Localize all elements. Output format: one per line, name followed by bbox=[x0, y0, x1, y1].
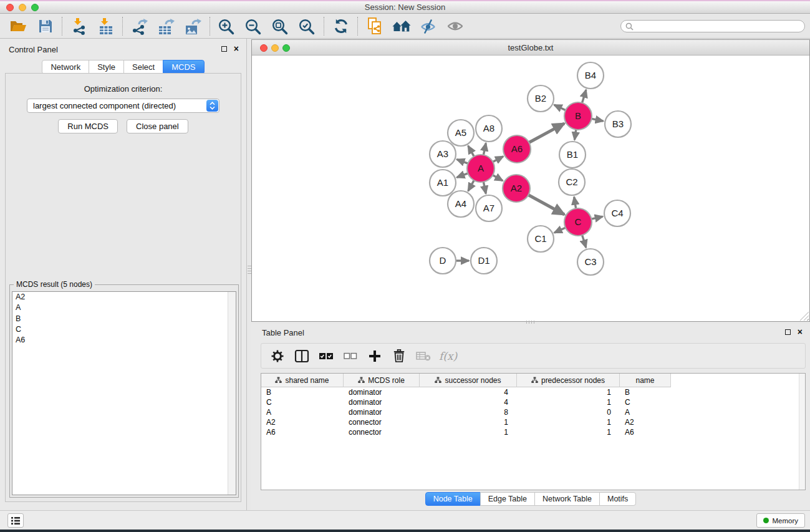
memory-button[interactable]: Memory bbox=[756, 513, 805, 528]
tab-network-table[interactable]: Network Table bbox=[534, 492, 600, 506]
close-panel-button[interactable]: Close panel bbox=[127, 119, 188, 133]
control-panel-tabs: NetworkStyleSelectMCDS bbox=[0, 60, 246, 74]
minimize-window-button[interactable] bbox=[19, 4, 26, 11]
task-history-button[interactable] bbox=[7, 513, 24, 528]
tab-network[interactable]: Network bbox=[42, 60, 89, 74]
table-row-A2[interactable]: A2connector11A2 bbox=[261, 417, 805, 427]
close-network-button[interactable] bbox=[260, 44, 268, 52]
float-table-panel-icon[interactable] bbox=[785, 329, 791, 335]
cell-predecessor-nodes: 0 bbox=[517, 408, 620, 417]
deselect-all-icon bbox=[344, 352, 357, 360]
graph-edge-C-C3[interactable] bbox=[582, 235, 586, 248]
graph-edge-A-A2[interactable] bbox=[493, 175, 503, 181]
zoom-window-button[interactable] bbox=[31, 4, 39, 11]
close-window-button[interactable] bbox=[6, 4, 14, 11]
window-controls[interactable] bbox=[6, 4, 39, 11]
table-row-A6[interactable]: A6connector11A6 bbox=[261, 427, 805, 437]
app-titlebar: Session: New Session bbox=[0, 1, 810, 14]
graph-edge-A-A7[interactable] bbox=[483, 182, 486, 194]
graph-edge-A-A5[interactable] bbox=[468, 146, 475, 157]
deselect-all-button[interactable] bbox=[339, 346, 362, 367]
graph-edge-A-A4[interactable] bbox=[468, 180, 475, 191]
result-item[interactable]: C bbox=[12, 324, 236, 335]
tab-edge-table[interactable]: Edge Table bbox=[480, 492, 535, 506]
float-panel-icon[interactable] bbox=[221, 46, 227, 52]
hierarchy-icon bbox=[435, 377, 441, 384]
tab-mcds[interactable]: MCDS bbox=[163, 60, 204, 74]
graph-edge-A-A3[interactable] bbox=[457, 160, 468, 164]
tab-select[interactable]: Select bbox=[123, 60, 163, 74]
tab-motifs[interactable]: Motifs bbox=[599, 492, 636, 506]
zoom-fit-button[interactable] bbox=[267, 15, 294, 37]
graph-edge-C-C2[interactable] bbox=[574, 197, 576, 209]
close-panel-icon[interactable]: × bbox=[234, 46, 239, 52]
vertical-splitter-grip[interactable] bbox=[248, 266, 251, 276]
column-header-predecessor-nodes[interactable]: predecessor nodes bbox=[517, 374, 620, 387]
column-header-shared-name[interactable]: shared name bbox=[261, 374, 344, 387]
graph-edge-B-B3[interactable] bbox=[592, 118, 604, 121]
zoom-out-icon bbox=[244, 18, 263, 35]
column-browse-button[interactable] bbox=[291, 346, 313, 367]
close-table-panel-icon[interactable]: × bbox=[798, 329, 803, 335]
graph-edge-B-B1[interactable] bbox=[574, 130, 576, 140]
export-network-button[interactable] bbox=[126, 15, 153, 37]
new-network-from-selection-button[interactable] bbox=[361, 15, 388, 37]
graph-edge-A-A1[interactable] bbox=[457, 173, 468, 178]
save-session-button[interactable] bbox=[32, 15, 59, 37]
export-network-icon bbox=[131, 18, 148, 35]
add-column-button[interactable] bbox=[364, 346, 386, 367]
network-canvas-svg[interactable]: AA1A2A3A4A5A6A7A8BB1B2B3B4CC1C2C3C4DD1 bbox=[252, 56, 809, 321]
table-row-C[interactable]: Cdominator41C bbox=[261, 397, 805, 407]
delete-table-button[interactable] bbox=[412, 346, 435, 367]
table-settings-button[interactable] bbox=[266, 346, 289, 367]
minimize-network-button[interactable] bbox=[271, 44, 279, 52]
table-row-B[interactable]: Bdominator41B bbox=[261, 387, 805, 397]
import-network-button[interactable] bbox=[65, 15, 92, 37]
delete-column-button[interactable] bbox=[388, 346, 410, 367]
graph-edge-A6-B[interactable] bbox=[529, 123, 564, 143]
table-row-A[interactable]: Adominator80A bbox=[261, 407, 805, 417]
run-mcds-button[interactable]: Run MCDS bbox=[58, 119, 118, 133]
select-all-button[interactable] bbox=[315, 346, 337, 367]
column-header-mcds-role[interactable]: MCDS role bbox=[344, 374, 420, 387]
column-header-name[interactable]: name bbox=[620, 374, 671, 387]
hide-details-eye-button[interactable] bbox=[415, 15, 441, 37]
cell-predecessor-nodes: 1 bbox=[517, 388, 620, 397]
import-table-button[interactable] bbox=[92, 15, 119, 37]
graph-edge-A2-C[interactable] bbox=[528, 195, 564, 215]
table-scrollbar[interactable] bbox=[799, 374, 805, 490]
result-item[interactable]: B bbox=[12, 314, 236, 324]
graph-edge-B-B2[interactable] bbox=[554, 105, 566, 110]
column-header-label: shared name bbox=[285, 376, 329, 385]
export-table-button[interactable] bbox=[153, 15, 180, 37]
graph-edge-C-C4[interactable] bbox=[592, 216, 603, 219]
graph-node-label-A: A bbox=[478, 163, 484, 173]
graph-edge-C-C1[interactable] bbox=[554, 228, 566, 233]
tab-node-table[interactable]: Node Table bbox=[425, 492, 481, 506]
graph-edge-B-B4[interactable] bbox=[582, 90, 586, 103]
column-header-successor-nodes[interactable]: successor nodes bbox=[420, 374, 517, 387]
result-item[interactable]: A6 bbox=[12, 335, 236, 346]
criterion-dropdown[interactable]: largest connected component (directed) bbox=[27, 99, 219, 113]
result-item[interactable]: A2 bbox=[12, 292, 236, 302]
function-builder-button[interactable]: f(x) bbox=[436, 350, 457, 362]
result-scrollbar[interactable] bbox=[228, 292, 236, 495]
result-item[interactable]: A bbox=[12, 302, 236, 313]
search-field[interactable] bbox=[620, 20, 805, 32]
refresh-button[interactable] bbox=[327, 15, 354, 37]
zoom-network-button[interactable] bbox=[282, 44, 290, 52]
graph-edge-A-A8[interactable] bbox=[483, 143, 486, 155]
home-button[interactable] bbox=[388, 15, 415, 37]
graph-edge-A-A6[interactable] bbox=[493, 157, 503, 162]
zoom-out-button[interactable] bbox=[240, 15, 267, 37]
export-image-button[interactable] bbox=[180, 15, 206, 37]
search-input[interactable] bbox=[636, 22, 800, 31]
zoom-selected-button[interactable] bbox=[294, 15, 321, 37]
tab-style[interactable]: Style bbox=[89, 60, 124, 74]
graph-node-label-B3: B3 bbox=[612, 118, 624, 129]
zoom-in-button[interactable] bbox=[213, 15, 240, 37]
show-details-eye-button[interactable] bbox=[441, 15, 468, 37]
network-window-titlebar[interactable]: testGlobe.txt bbox=[252, 40, 809, 56]
mcds-result-list[interactable]: A2ABCA6 bbox=[12, 291, 236, 495]
open-file-button[interactable] bbox=[5, 15, 32, 37]
